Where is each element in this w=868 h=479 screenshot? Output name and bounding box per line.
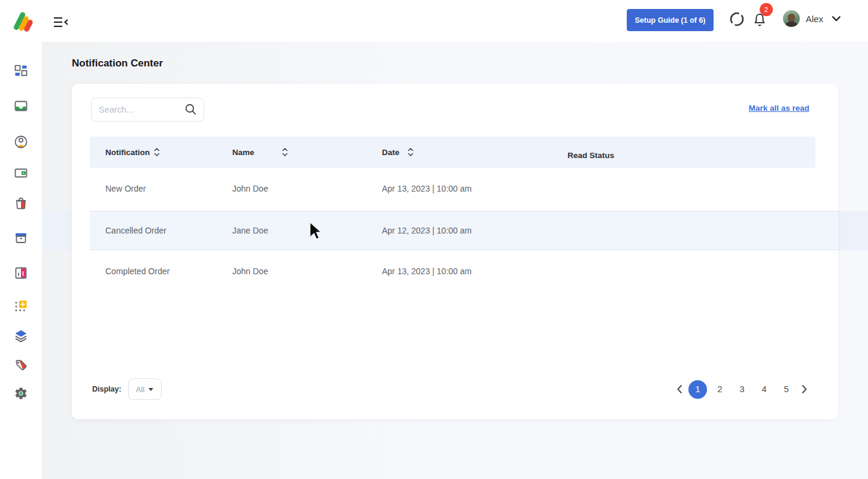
wallet-icon	[14, 166, 28, 180]
logo-icon	[7, 8, 35, 35]
column-header-notification[interactable]: Notification	[105, 147, 232, 157]
gear-icon	[14, 386, 28, 401]
page-button-4[interactable]: 4	[755, 380, 773, 399]
mark-all-as-read-link[interactable]: Mark all as read	[749, 104, 809, 113]
app-logo[interactable]	[7, 8, 35, 35]
display-label: Display:	[92, 385, 122, 393]
sidebar-collapse-button[interactable]	[53, 17, 69, 28]
sidebar	[0, 0, 42, 479]
sidebar-item-reports[interactable]	[14, 266, 28, 280]
column-label: Read Status	[567, 151, 614, 160]
notification-card: Mark all as read Notification Name Date	[72, 84, 838, 419]
sidebar-item-orders[interactable]	[14, 196, 28, 210]
chevron-down-icon	[831, 16, 841, 22]
report-chart-icon	[14, 266, 28, 280]
table-row[interactable]: Cancelled Order Jane Doe Apr 12, 2023 | …	[90, 211, 838, 250]
display-value: All	[136, 385, 144, 394]
search-input[interactable]	[99, 105, 184, 114]
layers-icon	[14, 329, 28, 343]
chevron-left-icon	[676, 384, 682, 394]
cell-notification: Completed Order	[105, 266, 232, 276]
search-box	[91, 98, 204, 122]
sidebar-item-archive[interactable]	[14, 231, 28, 245]
pagination: 1 2 3 4 5	[674, 380, 810, 399]
main-content: Notification Center Mark all as read Not…	[42, 42, 868, 479]
column-label: Notification	[105, 148, 150, 157]
page-button-2[interactable]: 2	[711, 380, 729, 399]
inbox-icon	[14, 99, 28, 113]
shopping-bag-icon	[14, 196, 28, 210]
table-row[interactable]: Completed Order John Doe Apr 13, 2023 | …	[90, 250, 838, 292]
next-page-button[interactable]	[799, 380, 810, 399]
setup-guide-button[interactable]: Setup Guide (1 of 6)	[627, 9, 714, 31]
sort-icon[interactable]	[408, 147, 414, 157]
sort-icon[interactable]	[282, 147, 288, 157]
apps-grid-icon	[14, 299, 28, 313]
column-label: Name	[232, 148, 254, 157]
page-button-3[interactable]: 3	[733, 380, 751, 399]
cell-date: Apr 12, 2023 | 10:00 am	[382, 226, 567, 235]
table-header-row: Notification Name Date	[90, 137, 815, 168]
cell-notification: New Order	[105, 184, 232, 193]
column-header-name[interactable]: Name	[232, 147, 382, 157]
sidebar-item-customers[interactable]	[14, 135, 28, 149]
dashboard-icon	[14, 64, 28, 78]
customer-icon	[14, 135, 28, 149]
sidebar-item-wallet[interactable]	[14, 166, 28, 180]
user-menu[interactable]: Alex	[783, 8, 841, 29]
cell-name: John Doe	[232, 184, 382, 193]
page-button-1[interactable]: 1	[688, 380, 707, 399]
sidebar-item-layers[interactable]	[14, 329, 28, 343]
progress-ring-icon	[729, 11, 745, 27]
user-avatar	[783, 10, 800, 27]
column-label: Date	[382, 148, 399, 157]
cell-name: Jane Doe	[232, 226, 382, 235]
cell-name: John Doe	[232, 266, 382, 276]
page-button-5[interactable]: 5	[777, 380, 796, 399]
display-control: Display: All	[92, 378, 162, 400]
cell-date: Apr 13, 2023 | 10:00 am	[382, 266, 567, 276]
caret-down-icon	[148, 388, 153, 391]
sidebar-item-dashboard[interactable]	[14, 64, 28, 78]
topbar: Setup Guide (1 of 6) 2 Alex	[42, 0, 868, 42]
tag-icon	[14, 358, 28, 372]
previous-page-button[interactable]	[674, 380, 685, 399]
page-title: Notification Center	[72, 57, 163, 69]
user-name: Alex	[806, 14, 823, 24]
column-header-read-status: Read Status	[567, 151, 815, 160]
sidebar-item-tags[interactable]	[14, 358, 28, 372]
search-icon[interactable]	[184, 103, 198, 116]
setup-progress-button[interactable]	[729, 11, 745, 27]
cell-notification: Cancelled Order	[105, 226, 232, 235]
notification-count-badge: 2	[760, 3, 773, 16]
archive-icon	[14, 231, 28, 245]
chevron-right-icon	[802, 384, 808, 394]
column-header-date[interactable]: Date	[382, 147, 567, 157]
display-count-select[interactable]: All	[128, 378, 162, 400]
sidebar-item-inbox[interactable]	[14, 99, 28, 113]
sort-icon[interactable]	[154, 147, 160, 157]
sidebar-item-settings[interactable]	[14, 386, 28, 401]
cell-date: Apr 13, 2023 | 10:00 am	[382, 184, 567, 193]
table-row[interactable]: New Order John Doe Apr 13, 2023 | 10:00 …	[90, 168, 838, 210]
menu-collapse-icon	[53, 17, 69, 28]
sidebar-item-apps[interactable]	[14, 299, 28, 313]
